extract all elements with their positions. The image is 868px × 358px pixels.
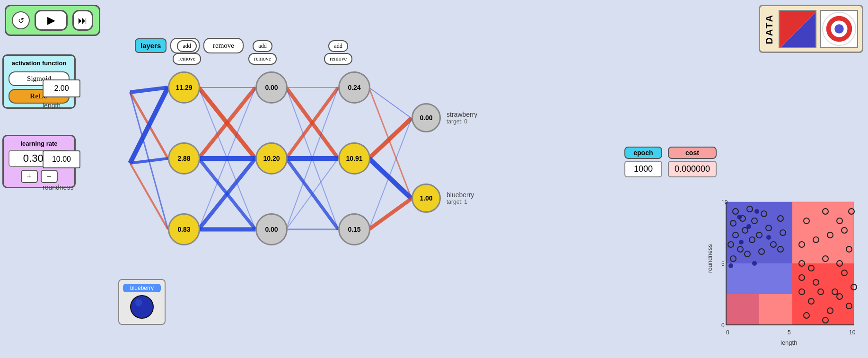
svg-point-36	[131, 296, 153, 318]
svg-point-69	[754, 209, 759, 214]
epoch-title: epoch	[624, 147, 662, 159]
epoch-cost-panel: epoch 1000 cost 0.000000	[624, 147, 717, 177]
layer1-add-button[interactable]: add	[177, 40, 196, 52]
svg-line-9	[130, 87, 168, 163]
cost-title: cost	[668, 147, 717, 159]
neuron-l2-2: 0.00	[255, 213, 288, 245]
neural-network-canvas: add remove add remove add remove blueber…	[80, 66, 506, 341]
svg-line-32	[369, 118, 412, 158]
layer1-controls: add remove	[173, 40, 201, 65]
output-blueberry: 1.00 blueberry target: 1	[412, 183, 474, 213]
reset-icon: ↺	[18, 16, 24, 25]
layer2-controls: add remove	[248, 40, 277, 65]
svg-point-67	[737, 215, 742, 219]
layer3-add-button[interactable]: add	[328, 40, 348, 52]
svg-line-33	[369, 158, 412, 199]
layer3-remove-button[interactable]: remove	[324, 53, 352, 65]
output-strawberry-label: strawberry target: 0	[447, 111, 477, 125]
layer2-remove-button[interactable]: remove	[248, 53, 277, 65]
neuron-l1-0: 11.29	[168, 71, 200, 104]
svg-point-68	[746, 224, 751, 229]
layers-label: layers	[135, 38, 167, 53]
lr-minus-button[interactable]: −	[41, 170, 58, 183]
input-roundness-value: 10.00	[52, 155, 71, 163]
neuron-l2-1: 10.20	[255, 142, 288, 175]
svg-text:5: 5	[788, 329, 791, 336]
layer2-add-button[interactable]: add	[253, 40, 272, 52]
data-label: DATA	[764, 14, 775, 44]
lr-title: learning rate	[9, 140, 70, 147]
input-panel: blueberry	[118, 279, 166, 325]
play-icon: ▶	[47, 14, 55, 26]
neuron-l2-0: 0.00	[255, 71, 288, 104]
epoch-value: 1000	[624, 161, 662, 177]
neuron-l3-0: 0.24	[338, 71, 370, 104]
reset-button[interactable]: ↺	[12, 11, 30, 29]
activation-title: activation function	[9, 60, 70, 68]
svg-point-70	[739, 240, 744, 244]
svg-point-72	[728, 263, 733, 268]
svg-line-11	[130, 163, 168, 229]
layer3-controls: add remove	[324, 40, 352, 65]
remove-layer-button[interactable]: remove	[203, 38, 244, 53]
svg-point-71	[766, 235, 771, 240]
output-blueberry-node: 1.00	[412, 183, 441, 213]
svg-text:10: 10	[721, 199, 728, 206]
neuron-l3-1: 10.91	[338, 142, 370, 175]
lr-buttons: + −	[9, 170, 70, 183]
neuron-l3-2: 0.15	[338, 213, 370, 245]
output-strawberry-node: 0.00	[412, 103, 441, 132]
data-panel: DATA	[759, 5, 863, 53]
svg-text:0: 0	[726, 329, 729, 336]
input-length-box: 2.00	[43, 79, 80, 97]
roundness-feature-label: roundness	[43, 183, 73, 191]
scatter-plot: 0 5 10 length 0 5 10 roundness	[707, 197, 863, 349]
svg-text:length: length	[780, 339, 797, 346]
epoch-box: epoch 1000	[624, 147, 662, 177]
svg-rect-46	[726, 263, 792, 294]
output-strawberry: 0.00 strawberry target: 0	[412, 103, 477, 132]
svg-text:10: 10	[849, 329, 856, 336]
cost-box: cost 0.000000	[668, 147, 717, 177]
svg-rect-43	[726, 294, 759, 325]
neuron-l1-2: 0.83	[168, 213, 200, 245]
input-length-value: 2.00	[54, 84, 69, 92]
neuron-l1-1: 2.88	[168, 142, 200, 175]
svg-text:5: 5	[721, 261, 725, 267]
svg-point-5	[834, 24, 843, 33]
data-triangle-icon[interactable]	[779, 10, 816, 48]
svg-text:0: 0	[721, 322, 725, 329]
lr-plus-button[interactable]: +	[21, 170, 38, 183]
output-blueberry-label: blueberry target: 1	[447, 191, 474, 205]
layer1-remove-button[interactable]: remove	[173, 53, 201, 65]
svg-point-73	[752, 261, 757, 266]
svg-line-31	[369, 87, 412, 199]
step-button[interactable]: ⏭	[72, 10, 93, 31]
play-button[interactable]: ▶	[35, 10, 68, 31]
svg-line-6	[130, 87, 168, 92]
length-feature-label: length	[43, 102, 61, 109]
svg-rect-44	[759, 294, 792, 325]
svg-point-37	[135, 299, 142, 306]
playback-controls: ↺ ▶ ⏭	[5, 5, 100, 36]
cost-value: 0.000000	[668, 161, 717, 177]
fruit-label: blueberry	[123, 284, 161, 292]
svg-text:roundness: roundness	[707, 244, 713, 273]
data-circle-icon[interactable]	[820, 10, 858, 48]
step-icon: ⏭	[78, 15, 88, 26]
input-roundness-box: 10.00	[43, 150, 80, 168]
